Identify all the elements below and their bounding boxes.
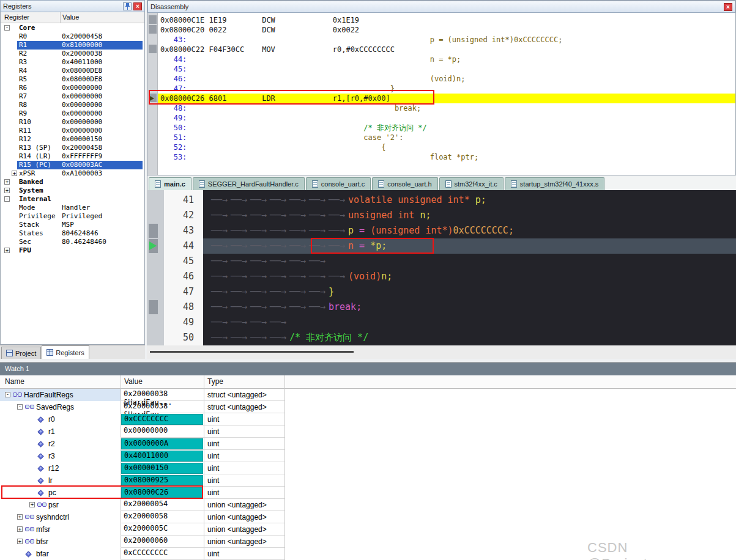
- register-row[interactable]: ModeHandler: [1, 204, 144, 212]
- register-row[interactable]: States804624846: [1, 229, 144, 238]
- watch-row-HardFaultRegs[interactable]: -HardFaultRegs0x20000038 &HardFau...stru…: [0, 389, 736, 401]
- code-line[interactable]: ──→──→──→──→──→──→break;: [203, 300, 736, 315]
- register-row[interactable]: +xPSR0xA1000003: [1, 169, 144, 178]
- close-icon[interactable]: ×: [724, 3, 732, 11]
- whitespace-arrow-icon: ──→: [270, 330, 289, 345]
- workspace-tab-project[interactable]: Project: [1, 347, 41, 359]
- expand-icon[interactable]: +: [4, 248, 10, 253]
- watch-row-r1[interactable]: r10x00000000uint: [0, 426, 736, 438]
- expand-icon[interactable]: +: [4, 188, 10, 193]
- register-row[interactable]: +Banked: [1, 178, 144, 186]
- code-line-current[interactable]: ──→──→──→──→──→──→──→n = *p;: [203, 238, 736, 254]
- register-row[interactable]: R40x08000DE8: [1, 67, 144, 75]
- register-row[interactable]: Sec80.46248460: [1, 238, 144, 246]
- register-row[interactable]: +System: [1, 186, 144, 195]
- watch-row-r12[interactable]: r120x00000150uint: [0, 462, 736, 474]
- scrollbar-thumb[interactable]: [150, 351, 354, 353]
- disassembly-line[interactable]: 51:case '2':: [158, 133, 735, 142]
- disassembly-line[interactable]: 0x08000C1E 1E19DCW0x1E19: [158, 15, 735, 25]
- disassembly-line[interactable]: 46:(void)n;: [158, 74, 735, 84]
- register-row[interactable]: R80x00000000: [1, 101, 144, 109]
- register-row[interactable]: R90x00000000: [1, 109, 144, 118]
- collapse-icon[interactable]: -: [5, 392, 10, 397]
- disassembly-line[interactable]: 49:: [158, 113, 735, 123]
- code-line[interactable]: ──→──→──→──→/* 非对齐访问 */: [203, 330, 736, 345]
- breakpoint-gutter[interactable]: [147, 190, 164, 345]
- register-row[interactable]: R00x20000458: [1, 32, 144, 41]
- collapse-icon[interactable]: -: [17, 404, 23, 410]
- pin-button[interactable]: [123, 2, 132, 10]
- register-value: 0x40011000: [62, 58, 102, 67]
- register-row[interactable]: R50x08000DE8: [1, 75, 144, 84]
- disassembly-line[interactable]: 43:p = (unsigned int*)0xCCCCCCCC;: [158, 35, 735, 45]
- register-row[interactable]: -Internal: [1, 195, 144, 204]
- whitespace-arrow-icon: ──→: [250, 330, 270, 345]
- code-line[interactable]: ──→──→──→──→──→──→──→(void)n;: [203, 269, 736, 284]
- whitespace-arrow-icon: ──→: [231, 284, 250, 300]
- watch-row-r0[interactable]: r00xCCCCCCCCuint: [0, 413, 736, 426]
- disassembly-line[interactable]: 44:n = *p;: [158, 54, 735, 64]
- editor-tab-console_uart.h[interactable]: console_uart.h: [372, 177, 437, 190]
- editor-tab-console_uart.c[interactable]: console_uart.c: [306, 177, 371, 190]
- watch-row-syshndctrl[interactable]: +syshndctrl0x20000058union <untagged>: [0, 511, 736, 523]
- watch-row-SavedRegs[interactable]: -SavedRegs0x20000038 &HardFau...struct <…: [0, 401, 736, 413]
- disassembly-line[interactable]: 53:float *ptr;: [158, 152, 735, 162]
- disassembly-text: {: [381, 142, 385, 152]
- watch-row-lr[interactable]: lr0x08000925uint: [0, 474, 736, 487]
- watch-row-r2[interactable]: r20x0000000Auint: [0, 438, 736, 450]
- collapse-icon[interactable]: -: [4, 25, 10, 31]
- code-area[interactable]: ──→──→──→──→──→──→──→volatile unsigned i…: [203, 193, 736, 345]
- whitespace-arrow-icon: ──→: [270, 238, 289, 254]
- disassembly-text: 43:: [174, 35, 187, 45]
- whitespace-arrow-icon: ──→: [309, 284, 329, 300]
- disassembly-line[interactable]: 0x08000C20 0022DCW0x0022: [158, 25, 735, 35]
- code-line[interactable]: ──→──→──→──→──→──→──→unsigned int n;: [203, 208, 736, 223]
- editor-tab-main.c[interactable]: main.c: [149, 177, 191, 190]
- editor-tab-stm32f4xx_it.c[interactable]: stm32f4xx_it.c: [439, 177, 504, 190]
- register-row[interactable]: +FPU: [1, 246, 144, 255]
- collapse-icon[interactable]: -: [4, 196, 10, 202]
- disassembly-text: case '2':: [363, 133, 403, 142]
- register-row[interactable]: R30x40011000: [1, 58, 144, 67]
- expand-icon[interactable]: +: [4, 179, 10, 185]
- expand-icon[interactable]: +: [17, 539, 23, 544]
- register-row[interactable]: R60x00000000: [1, 84, 144, 92]
- register-row[interactable]: R100x00000000: [1, 118, 144, 127]
- disassembly-line[interactable]: 0x08000C22 F04F30CCMOVr0,#0xCCCCCCCC: [158, 45, 735, 54]
- disassembly-line[interactable]: 50:/* 非对齐访问 */: [158, 123, 735, 133]
- register-row[interactable]: R70x00000000: [1, 92, 144, 101]
- editor-tab-startup_stm32f40_41xxx.s[interactable]: startup_stm32f40_41xxx.s: [505, 177, 604, 190]
- workspace-tab-registers[interactable]: Registers: [42, 345, 89, 359]
- expand-icon[interactable]: +: [17, 514, 23, 520]
- watch-row-mfsr[interactable]: +mfsr0x2000005Cunion <untagged>: [0, 523, 736, 536]
- disassembly-line[interactable]: 52:{: [158, 142, 735, 152]
- register-row[interactable]: R15 (PC)0x080003AC: [1, 161, 144, 169]
- expand-icon[interactable]: +: [29, 502, 35, 507]
- code-line[interactable]: ──→──→──→──→──→──→──→p = (unsigned int*)…: [203, 223, 736, 238]
- code-line[interactable]: ──→──→──→──→: [203, 315, 736, 330]
- register-row[interactable]: PrivilegePrivileged: [1, 212, 144, 221]
- expand-icon[interactable]: +: [17, 526, 23, 532]
- disassembly-line[interactable]: 48:break;: [158, 103, 735, 113]
- disassembly-line[interactable]: 45:: [158, 64, 735, 74]
- editor-tab-SEGGER_HardFaultHandler.c[interactable]: SEGGER_HardFaultHandler.c: [193, 177, 305, 190]
- register-row[interactable]: R14 (LR)0xFFFFFFF9: [1, 152, 144, 161]
- code-line[interactable]: ──→──→──→──→──→──→: [203, 254, 736, 269]
- code-line[interactable]: ──→──→──→──→──→──→──→volatile unsigned i…: [203, 193, 736, 208]
- register-row[interactable]: R13 (SP)0x20000458: [1, 144, 144, 152]
- code-line[interactable]: ──→──→──→──→──→──→}: [203, 284, 736, 300]
- register-row[interactable]: StackMSP: [1, 221, 144, 229]
- register-value: 0x08000DE8: [62, 75, 102, 84]
- register-name: R13 (SP): [19, 144, 51, 152]
- watch-row-r3[interactable]: r30x40011000uint: [0, 450, 736, 462]
- register-row[interactable]: -Core: [1, 24, 144, 32]
- horizontal-scrollbar[interactable]: [147, 345, 736, 359]
- watch-row-psr[interactable]: +psr0x20000054union <untagged>: [0, 499, 736, 511]
- expand-icon[interactable]: +: [12, 171, 17, 176]
- register-row[interactable]: R20x20000038: [1, 50, 144, 58]
- watch-name: r12: [48, 464, 59, 473]
- register-row[interactable]: R120x00000150: [1, 135, 144, 144]
- register-row[interactable]: R110x00000000: [1, 127, 144, 135]
- close-icon[interactable]: ×: [133, 2, 142, 10]
- register-row[interactable]: R10x81000000: [1, 41, 144, 50]
